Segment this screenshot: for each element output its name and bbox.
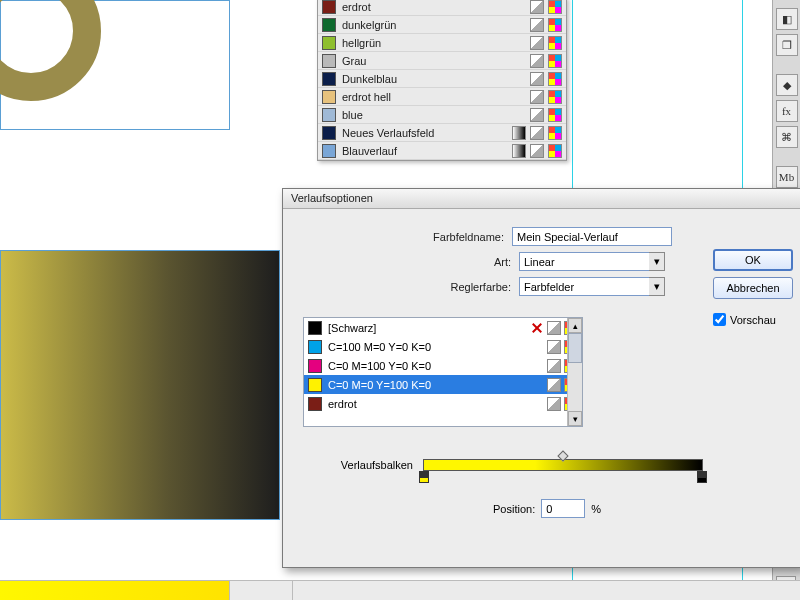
dock-button[interactable]: ⌘ xyxy=(776,126,798,148)
swatch-cmyk-icon xyxy=(548,108,562,122)
color-name: C=0 M=100 Y=0 K=0 xyxy=(328,360,547,372)
stopcolor-label: Reglerfarbe: xyxy=(419,281,519,293)
swatch-mode-icon xyxy=(530,54,544,68)
gradient-type-icon xyxy=(512,126,526,140)
gradbar-label: Verlaufsbalken xyxy=(303,459,413,471)
swatch-chip xyxy=(322,108,336,122)
swatch-name: blue xyxy=(342,109,530,121)
swatch-chip xyxy=(322,0,336,14)
swatch-row[interactable]: Neues Verlaufsfeld xyxy=(318,124,566,142)
dock-button[interactable]: ❐ xyxy=(776,34,798,56)
swatch-chip xyxy=(322,72,336,86)
color-list-row[interactable]: [Schwarz] xyxy=(304,318,582,337)
swatch-mode-icon xyxy=(530,18,544,32)
swatch-name: erdrot xyxy=(342,1,530,13)
position-label: Position: xyxy=(493,503,535,515)
artboard-frame xyxy=(0,0,230,130)
swatch-cmyk-icon xyxy=(548,54,562,68)
swatch-mode-icon xyxy=(547,397,561,411)
gradient-options-dialog: Verlaufsoptionen Farbfeldname: Art: ▾ Re… xyxy=(282,188,800,568)
swatch-cmyk-icon xyxy=(548,144,562,158)
color-name: [Schwarz] xyxy=(328,322,530,334)
swatch-chip xyxy=(322,18,336,32)
chevron-down-icon: ▾ xyxy=(649,252,665,271)
swatch-name: dunkelgrün xyxy=(342,19,530,31)
cancel-button[interactable]: Abbrechen xyxy=(713,277,793,299)
preview-checkbox-input[interactable] xyxy=(713,313,726,326)
color-name: C=0 M=0 Y=100 K=0 xyxy=(328,379,547,391)
ok-button[interactable]: OK xyxy=(713,249,793,271)
color-list-row[interactable]: C=0 M=0 Y=100 K=0 xyxy=(304,375,582,394)
color-chip xyxy=(308,397,322,411)
color-name: C=100 M=0 Y=0 K=0 xyxy=(328,341,547,353)
fieldname-input[interactable] xyxy=(512,227,672,246)
preview-label: Vorschau xyxy=(730,314,776,326)
scroll-down[interactable]: ▾ xyxy=(568,411,582,426)
gradient-stop-right[interactable] xyxy=(697,471,707,483)
fieldname-label: Farbfeldname: xyxy=(412,231,512,243)
swatch-name: Neues Verlaufsfeld xyxy=(342,127,512,139)
position-input[interactable] xyxy=(541,499,585,518)
swatch-row[interactable]: Blauverlauf xyxy=(318,142,566,160)
swatch-mode-icon xyxy=(547,321,561,335)
status-bar xyxy=(0,580,800,600)
dock-button[interactable]: fx xyxy=(776,100,798,122)
swatch-row[interactable]: dunkelgrün xyxy=(318,16,566,34)
swatch-cmyk-icon xyxy=(548,36,562,50)
swatch-chip xyxy=(322,36,336,50)
preview-checkbox[interactable]: Vorschau xyxy=(713,313,793,326)
swatch-row[interactable]: hellgrün xyxy=(318,34,566,52)
swatch-mode-icon xyxy=(530,0,544,14)
swatch-name: hellgrün xyxy=(342,37,530,49)
type-select[interactable]: ▾ xyxy=(519,252,665,271)
dock-button[interactable]: ◆ xyxy=(776,74,798,96)
swatch-mode-icon xyxy=(530,90,544,104)
swatch-cmyk-icon xyxy=(548,0,562,14)
color-list-row[interactable]: erdrot xyxy=(304,394,582,413)
gradient-stop-left[interactable] xyxy=(419,471,429,483)
dock-button[interactable]: Mb xyxy=(776,166,798,188)
color-name: erdrot xyxy=(328,398,547,410)
stopcolor-select[interactable]: ▾ xyxy=(519,277,665,296)
swatch-row[interactable]: blue xyxy=(318,106,566,124)
stop-color-list[interactable]: [Schwarz] C=100 M=0 Y=0 K=0 C=0 M=100 Y=… xyxy=(303,317,583,427)
scroll-thumb[interactable] xyxy=(568,333,582,363)
scroll-up[interactable]: ▴ xyxy=(568,318,582,333)
swatch-cmyk-icon xyxy=(548,18,562,32)
swatch-row[interactable]: Grau xyxy=(318,52,566,70)
color-chip xyxy=(308,378,322,392)
swatch-name: erdrot hell xyxy=(342,91,530,103)
swatch-cmyk-icon xyxy=(548,90,562,104)
swatch-name: Blauverlauf xyxy=(342,145,512,157)
noneditable-icon xyxy=(530,321,544,335)
swatch-name: Dunkelblau xyxy=(342,73,530,85)
swatch-row[interactable]: erdrot xyxy=(318,0,566,16)
color-chip xyxy=(308,321,322,335)
color-chip xyxy=(308,340,322,354)
color-list-row[interactable]: C=100 M=0 Y=0 K=0 xyxy=(304,337,582,356)
swatch-row[interactable]: Dunkelblau xyxy=(318,70,566,88)
dock-button[interactable]: ◧ xyxy=(776,8,798,30)
color-list-row[interactable]: C=0 M=100 Y=0 K=0 xyxy=(304,356,582,375)
gradient-midpoint[interactable] xyxy=(557,450,568,461)
type-label: Art: xyxy=(419,256,519,268)
swatch-chip xyxy=(322,144,336,158)
swatches-panel[interactable]: erdrot dunkelgrün hellgrün Grau Dunkelbl… xyxy=(317,0,567,161)
gradient-type-icon xyxy=(512,144,526,158)
dialog-title[interactable]: Verlaufsoptionen xyxy=(283,189,800,209)
color-chip xyxy=(308,359,322,373)
swatch-mode-icon xyxy=(547,340,561,354)
swatch-mode-icon xyxy=(530,72,544,86)
scrollbar[interactable]: ▴ ▾ xyxy=(567,318,582,426)
gradient-bar[interactable] xyxy=(423,459,703,471)
swatch-chip xyxy=(322,90,336,104)
swatch-cmyk-icon xyxy=(548,126,562,140)
swatch-mode-icon xyxy=(530,126,544,140)
position-unit: % xyxy=(591,503,601,515)
swatch-name: Grau xyxy=(342,55,530,67)
gradient-preview xyxy=(0,250,280,520)
chevron-down-icon: ▾ xyxy=(649,277,665,296)
swatch-mode-icon xyxy=(530,144,544,158)
swatch-cmyk-icon xyxy=(548,72,562,86)
swatch-row[interactable]: erdrot hell xyxy=(318,88,566,106)
